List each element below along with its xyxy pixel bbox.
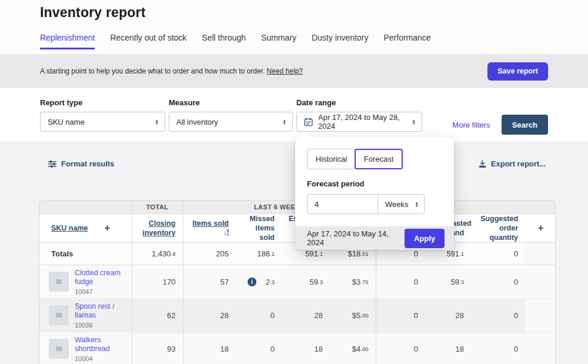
range-mode-toggle: Historical Forecast	[307, 149, 442, 169]
forecast-period-label: Forecast period	[307, 179, 442, 188]
items-sold-cell: 18	[183, 332, 236, 364]
content-area: Format results Export report... TOTAL L	[0, 141, 588, 364]
totals-label: Totals	[39, 243, 132, 265]
column-header-sku-name[interactable]: SKU name +	[39, 213, 132, 243]
product-thumbnail	[49, 305, 69, 325]
column-header-closing-inventory[interactable]: Closing inventory	[132, 213, 183, 243]
filter-bar: Report type SKU name ▲▼ Measure All inve…	[0, 88, 588, 141]
suggested-order-cell: 0	[471, 299, 525, 332]
totals-missed-items-sold: 186.1	[236, 243, 282, 265]
save-report-button[interactable]: Save report	[487, 62, 548, 81]
export-report-button[interactable]: Export report...	[479, 159, 546, 168]
sliders-icon	[48, 160, 56, 168]
product-thumbnail	[49, 339, 69, 359]
tab-summary[interactable]: Summary	[261, 33, 296, 49]
price-cell: $4.00	[330, 332, 376, 364]
date-range-label: Date range	[296, 98, 422, 107]
forecasted-demand-cell: 28	[425, 299, 471, 332]
stepper-icon[interactable]: ▲▼	[151, 119, 159, 125]
forecasted-demand-cell: 18	[425, 332, 471, 364]
calendar-icon	[304, 118, 313, 126]
forecasted-demand-cell: 59.3	[425, 265, 471, 299]
totals-suggested-order-quantity: 0	[471, 243, 525, 265]
tab-recently-out-of-stock[interactable]: Recently out of stock	[110, 33, 186, 49]
table-row: Clotted cream fudge 10047 170 57 i 2.3 5…	[39, 265, 556, 299]
stepper-icon[interactable]: ▲▼	[410, 201, 419, 208]
page-header: Inventory report Replenishment Recently …	[0, 0, 588, 54]
stepper-icon[interactable]: ▲▼	[278, 119, 286, 125]
date-range-select[interactable]: Apr 17, 2024 to May 28, 2024 ▲▼	[296, 112, 422, 132]
empty-cell	[525, 265, 556, 299]
tab-replenishment[interactable]: Replenishment	[40, 33, 95, 49]
table-row: Spoon rest / llamas 10036 62 28 0 28 $5.…	[39, 299, 556, 332]
product-sku: 10036	[75, 322, 125, 329]
forecast-toggle-button[interactable]: Forecast	[355, 149, 403, 169]
popover-footer: Apr 17, 2024 to May 14, 2024 Apply	[295, 226, 454, 250]
more-filters-link[interactable]: More filters	[452, 121, 490, 129]
items-sold-cell: 28	[183, 299, 236, 332]
closing-inventory-cell: 170	[132, 265, 183, 299]
missed-items-cell: 0	[236, 299, 282, 332]
empty-cell	[525, 299, 556, 332]
date-range-group: Date range Apr 17, 2024 to May 28, 2024 …	[296, 98, 422, 132]
report-type-group: Report type SKU name ▲▼	[40, 98, 165, 132]
table-row: Walkers shortbread 10004 93 18 0 18 $4.0…	[39, 332, 556, 364]
measure-label: Measure	[169, 98, 293, 107]
column-header-suggested-order-quantity[interactable]: Suggested order quantity	[471, 213, 525, 243]
product-thumbnail	[49, 272, 69, 292]
tab-bar: Replenishment Recently out of stock Sell…	[40, 33, 588, 49]
add-column-icon[interactable]: +	[538, 222, 544, 233]
missed-items-cell: 0	[236, 332, 282, 364]
missed-items-cell: i 2.3	[236, 265, 282, 299]
product-link[interactable]: Clotted cream fudge	[75, 269, 125, 287]
closing-inventory-cell: 62	[132, 299, 183, 332]
report-type-select[interactable]: SKU name ▲▼	[40, 112, 165, 132]
format-results-button[interactable]: Format results	[48, 159, 114, 168]
hidden-col-cell: 0	[376, 332, 425, 364]
product-sku: 10004	[75, 355, 125, 362]
column-header-missed-items-sold[interactable]: Missed items sold	[236, 213, 282, 243]
search-button[interactable]: Search	[502, 115, 548, 135]
column-header-items-sold[interactable]: Items sold ↓91	[183, 213, 236, 243]
forecast-period-input[interactable]	[307, 194, 377, 214]
info-icon[interactable]: i	[248, 278, 256, 286]
historical-toggle-button[interactable]: Historical	[307, 149, 355, 169]
need-help-link[interactable]: Need help?	[267, 67, 303, 75]
report-type-label: Report type	[40, 98, 165, 107]
hidden-col-cell: 0	[376, 299, 425, 332]
add-column-icon[interactable]: +	[105, 223, 111, 233]
forecast-unit-select[interactable]: Weeks ▲▼	[377, 194, 425, 214]
sort-icon[interactable]: ↓91	[223, 229, 229, 236]
product-link[interactable]: Spoon rest / llamas	[75, 302, 125, 320]
inventory-report-page: Inventory report Replenishment Recently …	[0, 0, 588, 364]
measure-select[interactable]: All inventory ▲▼	[169, 112, 293, 132]
totals-items-sold: 205	[183, 243, 236, 265]
group-header-total: TOTAL	[132, 201, 183, 213]
price-cell: $5.00	[330, 299, 376, 332]
add-column-cell: +	[525, 213, 556, 243]
date-range-popover: Historical Forecast Forecast period Week…	[295, 137, 454, 250]
items-sold-cell: 57	[183, 265, 236, 299]
product-link[interactable]: Walkers shortbread	[75, 336, 125, 354]
forecast-range-preview: Apr 17, 2024 to May 14, 2024	[307, 229, 405, 247]
group-header-blank	[39, 201, 132, 213]
empty-cell	[525, 332, 556, 364]
table-toolbar: Format results Export report...	[0, 141, 588, 168]
info-banner: A starting point to help you decide what…	[0, 54, 588, 88]
estimated-items-cell: 28	[282, 299, 330, 332]
hidden-col-cell: 0	[376, 265, 425, 299]
stepper-icon[interactable]: ▲▼	[407, 119, 416, 125]
product-cell: Spoon rest / llamas 10036	[39, 299, 132, 332]
empty-cell	[525, 243, 556, 265]
tab-dusty-inventory[interactable]: Dusty inventory	[312, 33, 368, 49]
page-title: Inventory report	[0, 0, 588, 21]
apply-button[interactable]: Apply	[405, 229, 445, 248]
product-sku: 10047	[75, 288, 125, 295]
download-icon	[479, 160, 486, 168]
tab-sell-through[interactable]: Sell through	[202, 33, 246, 49]
tab-performance[interactable]: Performance	[383, 33, 430, 49]
price-cell: $3.75	[330, 265, 376, 299]
banner-text: A starting point to help you decide what…	[40, 67, 303, 75]
measure-group: Measure All inventory ▲▼	[169, 98, 293, 132]
totals-closing-inventory: 1,430.8	[132, 243, 183, 265]
